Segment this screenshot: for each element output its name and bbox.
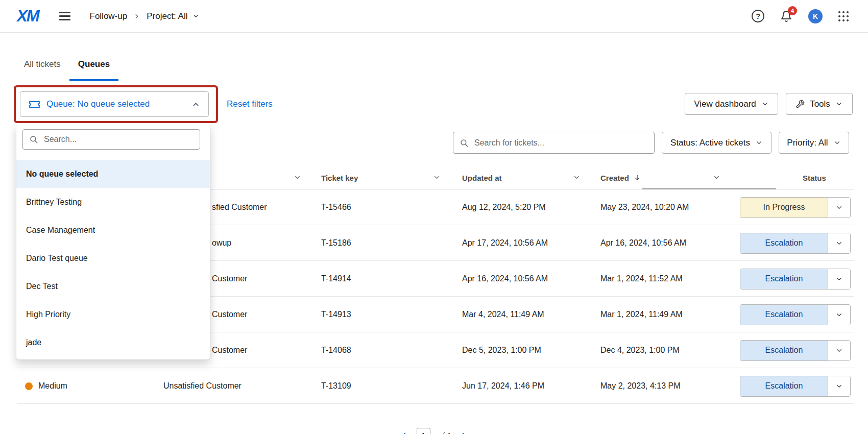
status-chevron-button[interactable] [828,233,850,253]
column-menu-chevron-icon[interactable] [294,174,301,181]
chevron-down-icon [835,275,843,283]
wrench-icon [795,100,805,109]
avatar[interactable]: K [808,9,823,23]
queue-option[interactable]: Brittney Testing [16,188,210,216]
header-ticket-key[interactable]: Ticket key [321,166,358,189]
search-icon [29,135,38,144]
reset-filters-link[interactable]: Reset filters [227,99,273,109]
queue-search-input[interactable] [43,134,194,144]
header-updated-at-label: Updated at [462,174,502,182]
ticket-search-input[interactable] [473,138,648,148]
status-badge[interactable]: Escalation [740,269,851,290]
queue-search [22,129,200,150]
chevron-down-icon [192,12,200,20]
ticket-name-cell: owup [212,225,231,261]
xm-logo: XM [17,7,39,26]
created-cell: Mar 1, 2024, 11:52 AM [600,261,683,297]
table-row[interactable]: Medium Unsatisfied Customer T-13109 Jun … [17,368,854,404]
priority-cell: Medium [25,368,67,404]
ticket-key-cell: T-15466 [321,189,351,225]
status-cell: In Progress [740,189,851,225]
chevron-down-icon [761,100,769,108]
status-chevron-button[interactable] [828,341,850,360]
ticket-name-cell: Customer [212,261,247,297]
status-filter-button[interactable]: Status: Active tickets [662,132,771,154]
priority-filter-label: Priority: All [787,138,828,148]
search-icon [460,138,469,148]
apps-grid-icon[interactable] [838,11,849,21]
updated-at-cell: Apr 17, 2024, 10:56 AM [462,225,548,261]
queue-option-label: High Priority [26,310,70,319]
menu-icon[interactable] [59,12,70,20]
status-badge[interactable]: Escalation [740,233,851,254]
tab-all-tickets[interactable]: All tickets [15,59,69,81]
status-chevron-button[interactable] [828,305,850,325]
priority-label: Medium [38,381,67,391]
status-cell: Escalation [740,225,851,261]
previous-page-icon[interactable] [399,431,408,434]
tools-button[interactable]: Tools [786,93,853,115]
status-chevron-button[interactable] [828,269,850,289]
priority-filter-button[interactable]: Priority: All [779,132,849,154]
column-menu-chevron-icon[interactable] [573,174,581,181]
breadcrumb: Follow-up Project: All [90,11,200,21]
queue-option[interactable]: Dec Test [16,272,210,300]
ticket-search [453,132,655,154]
status-chevron-button[interactable] [828,198,850,218]
project-selector-label: Project: All [147,11,187,21]
breadcrumb-section[interactable]: Follow-up [90,11,128,21]
queue-option[interactable]: jade [16,328,210,356]
created-cell: Mar 1, 2024, 11:49 AM [600,297,683,332]
header-status[interactable]: Status [803,166,826,189]
header-status-label: Status [803,174,826,182]
status-label: Escalation [740,269,828,289]
tab-queues[interactable]: Queues [69,59,118,81]
queue-option[interactable]: Case Management [16,216,210,244]
queue-dropdown: No queue selected Brittney Testing Case … [16,124,210,360]
page: XM Follow-up Project: All ? 4 K [0,0,868,434]
queue-option-label: Brittney Testing [26,198,82,207]
updated-at-cell: Aug 12, 2024, 5:20 PM [462,189,546,225]
status-label: Escalation [740,233,828,253]
header-created[interactable]: Created [600,166,641,189]
status-badge[interactable]: In Progress [740,197,851,218]
chevron-down-icon [833,139,841,147]
column-menu-chevron-icon[interactable] [713,174,720,181]
queue-selector-button[interactable]: Queue: No queue selected [20,91,209,117]
created-cell: May 2, 2023, 4:13 PM [600,368,681,404]
next-page-icon[interactable] [460,431,469,434]
ticket-icon [29,100,40,109]
dropdown-divider [16,157,210,157]
header-ticket-key-label: Ticket key [321,174,358,182]
chevron-down-icon [835,239,843,247]
status-label: In Progress [740,198,828,218]
chevron-up-icon [191,100,200,109]
queue-option[interactable]: No queue selected [16,160,210,188]
ticket-name-cell: Customer [212,297,247,332]
updated-at-cell: Apr 16, 2024, 10:56 AM [462,261,548,297]
project-selector[interactable]: Project: All [147,11,199,21]
help-icon[interactable]: ? [752,10,764,22]
queue-option-label: Dario Test queue [26,254,88,263]
status-label: Escalation [740,305,828,325]
ticket-key-cell: T-14914 [321,261,351,297]
tabs: All tickets Queues [15,59,118,81]
status-badge[interactable]: Escalation [740,304,851,325]
header-created-label: Created [600,174,629,182]
queue-option[interactable]: Dario Test queue [16,244,210,272]
view-dashboard-button[interactable]: View dashboard [685,93,778,115]
notifications-button[interactable]: 4 [780,10,792,22]
tabs-divider [0,83,868,83]
queue-option-label: No queue selected [26,170,98,179]
status-chevron-button[interactable] [828,376,850,396]
queue-option[interactable]: High Priority [16,300,210,328]
chevron-right-icon [133,13,140,20]
status-cell: Escalation [740,332,851,368]
header-updated-at[interactable]: Updated at [462,166,502,189]
status-badge[interactable]: Escalation [740,340,851,361]
status-badge[interactable]: Escalation [740,376,851,397]
status-cell: Escalation [740,368,851,404]
pagination: 1 of 1 [0,428,868,434]
column-menu-chevron-icon[interactable] [433,174,441,181]
current-page-box[interactable]: 1 [417,428,430,434]
